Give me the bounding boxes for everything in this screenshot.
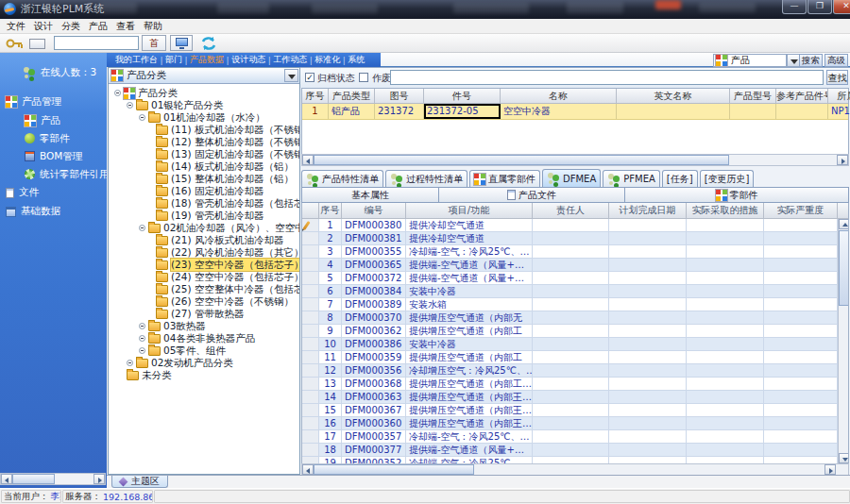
dfmea-row[interactable]: 16DFM000360提供增压空气通道（内部王… <box>302 417 838 430</box>
dfmea-row[interactable]: 5DFM000372提供端-空气通道（风量+… <box>302 272 838 285</box>
sub-tab[interactable]: 基本属性 <box>301 187 439 203</box>
tree-expander-icon[interactable] <box>139 114 145 121</box>
tree-expander-icon[interactable] <box>127 360 133 366</box>
product-table-hscrollbar[interactable] <box>301 154 849 166</box>
dfmea-row[interactable]: 2DFM000381提供冷却空气通道 <box>302 232 838 245</box>
dfmea-table-vscrollbar[interactable] <box>838 219 849 463</box>
tree-expander-icon[interactable] <box>139 323 145 329</box>
sidebar-item[interactable]: 产品管理 <box>0 92 107 111</box>
tree-item[interactable]: (26) 空空中冷器（不锈钢） <box>109 295 299 308</box>
row-selector[interactable] <box>302 351 319 363</box>
tree-item[interactable]: 04各类非换热器产品 <box>109 332 299 344</box>
dfmea-row[interactable]: 17DFM000357冷却端-空气：冷风25℃、… <box>302 430 838 444</box>
row-selector[interactable] <box>302 404 319 416</box>
category-combo[interactable]: 产品 <box>713 54 787 67</box>
tree-expander-icon[interactable] <box>139 225 145 231</box>
dfmea-row[interactable]: 4DFM000365提供端-空气通道（风量+… <box>302 259 838 272</box>
product-table-cell[interactable]: 231372-05 <box>424 104 501 119</box>
nav-tab[interactable]: 设计动态 <box>230 54 266 66</box>
tree-item[interactable]: 05零件、组件 <box>109 344 299 357</box>
tree-item[interactable]: (25) 空空整体中冷器（包括芯子） <box>109 283 299 295</box>
search-button[interactable]: 搜索 <box>799 54 823 67</box>
dfmea-row[interactable]: 14DFM000363提供增压空气通道（内部王… <box>302 391 838 404</box>
tree-item[interactable]: (21) 风冷板式机油冷却器 <box>109 234 299 246</box>
row-selector[interactable] <box>302 338 319 350</box>
row-selector[interactable] <box>302 391 319 403</box>
dfmea-row[interactable]: 7DFM000389安装水箱 <box>302 298 838 311</box>
tree-item[interactable]: (22) 风冷机油冷却器（其它） <box>109 246 299 259</box>
sidebar-item[interactable]: BOM管理 <box>0 147 107 165</box>
row-selector[interactable] <box>302 457 319 463</box>
tree-expander-icon[interactable] <box>114 90 121 96</box>
sidebar-item[interactable]: 产品 <box>0 111 107 129</box>
refresh-icon[interactable] <box>200 36 217 51</box>
monitor-button[interactable] <box>170 35 193 51</box>
tree-panel-dropdown[interactable] <box>284 69 298 82</box>
detail-tab[interactable]: 直属零部件 <box>469 170 540 187</box>
voided-checkbox[interactable] <box>359 73 368 82</box>
tree-item[interactable]: 03散热器 <box>109 320 299 332</box>
row-selector[interactable] <box>302 430 319 443</box>
row-selector[interactable] <box>302 272 319 284</box>
tree-item[interactable]: 未分类 <box>109 369 299 381</box>
sidebar-item[interactable]: 零部件 <box>0 129 107 147</box>
tree-item[interactable]: 产品分类 <box>109 87 299 99</box>
dfmea-row[interactable]: 9DFM000362提供增压空气通道（内部工 <box>302 325 838 338</box>
product-table-cell[interactable]: 1 <box>302 104 329 119</box>
detail-tab[interactable]: [变更历史] <box>700 170 755 187</box>
nav-tab[interactable]: 系统 <box>347 54 366 66</box>
tree-item[interactable]: (13) 固定机油冷却器（不锈钢） <box>109 148 299 160</box>
nav-tab[interactable]: 标准化 <box>314 54 341 66</box>
tree-item[interactable]: 01银轮产品分类 <box>109 99 299 111</box>
theme-area-tab[interactable]: 主题区 <box>111 476 168 488</box>
product-table-cell[interactable] <box>776 104 828 119</box>
sidebar-item[interactable]: 基础数据 <box>0 202 107 221</box>
row-selector[interactable] <box>302 325 319 337</box>
dfmea-row[interactable]: 1DFM000380提供冷却空气通道 <box>302 219 838 232</box>
row-selector[interactable] <box>302 311 319 324</box>
detail-tab[interactable]: [任务] <box>662 170 698 187</box>
toolbar-search-input[interactable] <box>54 36 139 50</box>
dfmea-row[interactable]: 8DFM000370提供增压空气通道（内部无 <box>302 311 838 325</box>
detail-tab[interactable]: PFMEA <box>603 170 660 187</box>
find-button[interactable]: 查找 <box>826 70 848 85</box>
nav-tab[interactable]: 我的工作台 <box>114 54 159 66</box>
dfmea-row[interactable]: 6DFM000384安装中冷器 <box>302 285 838 298</box>
product-table-cell[interactable] <box>730 104 776 119</box>
tree-item[interactable]: (11) 板式机油冷却器（不锈钢） <box>109 124 299 136</box>
tree-item[interactable]: (12) 整体机油冷却器（不锈钢） <box>109 136 299 148</box>
close-button[interactable]: ✕ <box>833 0 850 14</box>
product-table-cell[interactable]: 铝产品 <box>329 104 375 119</box>
restore-button[interactable]: ❐ <box>808 0 832 14</box>
tree-item[interactable]: (23) 空空中冷器（包括芯子） <box>109 259 299 271</box>
nav-tab[interactable]: 产品数据 <box>189 54 225 66</box>
dfmea-row[interactable]: 3DFM000355冷却端-空气：冷风25℃、… <box>302 245 838 259</box>
dfmea-row[interactable]: 19DFM000352冷却端-空气：冷风25℃、… <box>302 457 838 463</box>
row-selector[interactable] <box>302 417 319 429</box>
minimize-button[interactable]: — <box>782 0 807 14</box>
sidebar-hscrollbar[interactable] <box>0 473 106 485</box>
dfmea-row[interactable]: 12DFM000356冷却增压空气：冷风25℃、… <box>302 364 838 378</box>
product-table-cell[interactable]: 231372 <box>375 104 424 119</box>
product-table-cell[interactable] <box>617 104 730 119</box>
tree-item[interactable]: (14) 板式机油冷却器（铝） <box>109 160 299 173</box>
filter-input[interactable] <box>390 70 824 85</box>
row-selector[interactable] <box>302 378 319 390</box>
product-table-row[interactable]: 1铝产品231372231372-05空空中冷器NP14 <box>302 104 848 120</box>
sub-tab[interactable]: 零部件 <box>625 187 849 203</box>
dfmea-row[interactable]: 11DFM000359提供增压空气通道（内部工 <box>302 351 838 364</box>
tree-item[interactable]: 02机油冷却器（风冷）、空空中冷器 <box>109 222 299 234</box>
advanced-button[interactable]: 高级 <box>824 54 848 67</box>
tree-item[interactable]: (27) 管带散热器 <box>109 308 299 320</box>
tree-expander-icon[interactable] <box>139 335 145 342</box>
dfmea-row[interactable]: 15DFM000367提供增压空气通道（内部王… <box>302 404 838 417</box>
detail-tab[interactable]: 产品特性清单 <box>301 170 383 187</box>
tree-item[interactable]: (19) 管壳机油冷却器 <box>109 210 299 222</box>
nav-tab[interactable]: 工作动态 <box>272 54 308 66</box>
row-selector[interactable] <box>302 444 319 456</box>
product-table-cell[interactable]: NP14 <box>828 104 850 119</box>
login-key-icon[interactable] <box>6 37 25 50</box>
menu-item[interactable]: 设计 <box>31 19 56 33</box>
row-selector[interactable] <box>302 245 319 258</box>
sub-tab[interactable]: 产品文件 <box>439 187 625 203</box>
